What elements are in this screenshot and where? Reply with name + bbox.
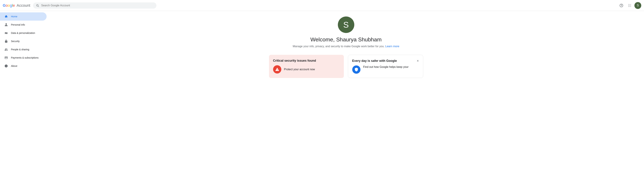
learn-more-link[interactable]: Learn more xyxy=(385,45,399,48)
search-bar xyxy=(33,3,156,9)
critical-card-text: Protect your account now xyxy=(284,68,315,71)
profile-avatar: S xyxy=(338,17,354,33)
svg-point-6 xyxy=(630,5,630,6)
sidebar-item-people-sharing-label: People & sharing xyxy=(11,48,29,51)
safe-card-title: Every day is safer with Google xyxy=(352,59,397,63)
svg-point-10 xyxy=(630,6,631,7)
sidebar-item-security[interactable]: Security xyxy=(0,37,46,45)
shield-icon xyxy=(354,67,358,72)
sidebar-item-about[interactable]: About xyxy=(0,62,46,70)
person-icon xyxy=(4,23,8,27)
google-account-logo[interactable]: Google Account xyxy=(3,3,30,8)
warning-icon xyxy=(275,67,279,71)
sidebar-item-data-personalization-label: Data & personalization xyxy=(11,32,35,34)
people-icon xyxy=(4,47,8,52)
safe-card-text: Find out how Google helps keep your xyxy=(363,65,408,68)
toggle-icon xyxy=(4,31,8,35)
svg-rect-13 xyxy=(5,33,8,34)
help-button[interactable] xyxy=(618,2,625,9)
cards-section: Critical security issues found Protect y… xyxy=(269,55,423,78)
safe-card-body: Find out how Google helps keep your xyxy=(352,65,419,74)
header-actions: S xyxy=(618,2,641,9)
welcome-title: Welcome, Shaurya Shubham xyxy=(310,36,382,43)
critical-card-title: Critical security issues found xyxy=(273,59,340,62)
subtitle-text: Manage your info, privacy, and security … xyxy=(292,45,384,48)
sidebar-item-payments-subscriptions[interactable]: Payments & subscriptions xyxy=(0,54,46,62)
info-icon xyxy=(4,64,8,68)
main-content: S Welcome, Shaurya Shubham Manage your i… xyxy=(48,11,644,186)
profile-section: S Welcome, Shaurya Shubham Manage your i… xyxy=(292,17,399,48)
svg-point-9 xyxy=(630,6,630,7)
welcome-subtitle: Manage your info, privacy, and security … xyxy=(292,45,399,48)
sidebar: Home Personal info Data & personalizatio… xyxy=(0,11,48,186)
svg-point-4 xyxy=(630,4,631,5)
svg-rect-11 xyxy=(5,32,8,33)
main-layout: Home Personal info Data & personalizatio… xyxy=(0,11,644,186)
svg-point-8 xyxy=(628,6,629,7)
google-logo-text: Google xyxy=(3,3,15,8)
card-icon xyxy=(4,56,8,60)
safe-icon xyxy=(352,65,360,74)
help-icon xyxy=(620,4,623,7)
header: Google Account S xyxy=(0,0,644,11)
profile-avatar-letter: S xyxy=(343,20,349,30)
sidebar-item-data-personalization[interactable]: Data & personalization xyxy=(0,29,46,37)
apps-button[interactable] xyxy=(626,2,633,9)
lock-icon xyxy=(4,39,8,43)
svg-point-5 xyxy=(628,5,629,6)
account-label: Account xyxy=(16,3,30,8)
sidebar-item-personal-info[interactable]: Personal info xyxy=(0,21,46,29)
apps-icon xyxy=(628,4,632,7)
search-input[interactable] xyxy=(41,4,154,7)
svg-point-7 xyxy=(630,5,631,6)
sidebar-item-about-label: About xyxy=(11,65,17,67)
sidebar-item-people-sharing[interactable]: People & sharing xyxy=(0,45,46,54)
critical-security-card[interactable]: Critical security issues found Protect y… xyxy=(269,55,344,78)
sidebar-item-home-label: Home xyxy=(11,15,17,18)
safe-card: Every day is safer with Google × Find ou… xyxy=(348,55,423,78)
svg-point-2 xyxy=(628,4,629,5)
user-avatar-button[interactable]: S xyxy=(634,2,641,9)
sidebar-item-payments-subscriptions-label: Payments & subscriptions xyxy=(11,56,38,59)
home-icon xyxy=(4,15,8,19)
svg-point-3 xyxy=(630,4,630,5)
svg-point-14 xyxy=(6,33,7,34)
critical-icon xyxy=(273,65,281,73)
sidebar-item-security-label: Security xyxy=(11,40,20,43)
sidebar-item-personal-info-label: Personal info xyxy=(11,23,25,26)
sidebar-item-home[interactable]: Home xyxy=(0,12,46,21)
critical-card-body: Protect your account now xyxy=(273,65,340,73)
svg-point-12 xyxy=(5,32,6,33)
safe-card-close-button[interactable]: × xyxy=(417,59,419,62)
avatar-letter: S xyxy=(637,4,639,7)
search-icon xyxy=(36,4,39,7)
